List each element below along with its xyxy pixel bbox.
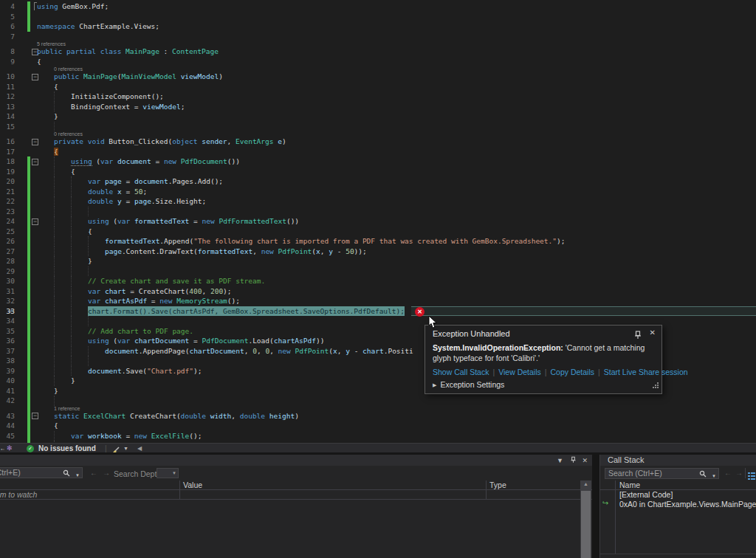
code-text[interactable]: using (var chartDocument = PdfDocument.L… bbox=[88, 336, 324, 346]
pin-icon[interactable] bbox=[633, 329, 642, 338]
code-line[interactable]: 17{ bbox=[0, 147, 756, 157]
code-line[interactable]: 6namespace ChartExample.Views; bbox=[0, 21, 756, 32]
exception-error-icon[interactable]: ✕ bbox=[415, 307, 425, 317]
code-text[interactable]: { bbox=[37, 57, 41, 67]
stack-frame-row[interactable]: ↪0xA0 in ChartExample.Views.MainPage.But… bbox=[600, 500, 756, 509]
code-fix-icon[interactable]: ✻ bbox=[7, 444, 13, 452]
code-line[interactable]: 24–using (var formattedText = new PdfFor… bbox=[0, 216, 756, 227]
code-line[interactable]: 7 bbox=[0, 32, 756, 42]
code-line[interactable]: 26formattedText.Append("The following ch… bbox=[0, 236, 756, 247]
code-text[interactable]: // Add chart to PDF page. bbox=[88, 326, 193, 337]
code-text[interactable]: } bbox=[71, 376, 75, 386]
stack-frame-row[interactable]: [External Code] bbox=[600, 490, 756, 500]
watch-search-input[interactable]: Search (Ctrl+E) ▼ bbox=[0, 467, 83, 478]
code-line[interactable]: 12InitializeComponent(); bbox=[0, 92, 756, 102]
code-line[interactable]: 14} bbox=[0, 111, 756, 122]
stack-frame-name[interactable]: [External Code] bbox=[619, 490, 673, 499]
close-icon[interactable]: ✕ bbox=[650, 328, 656, 337]
chevron-down-icon[interactable]: ▼ bbox=[75, 471, 80, 478]
code-line[interactable]: 25{ bbox=[0, 227, 756, 237]
code-line[interactable]: 13BindingContext = viewModel; bbox=[0, 102, 756, 112]
code-line[interactable]: 23 bbox=[0, 207, 756, 217]
scroll-up-icon[interactable]: ▲ bbox=[580, 481, 591, 486]
code-text[interactable]: var page = document.Pages.Add(); bbox=[88, 176, 223, 187]
show-threads-icon[interactable] bbox=[748, 469, 755, 477]
collapse-region-icon[interactable]: – bbox=[32, 413, 38, 419]
collapse-region-icon[interactable]: – bbox=[32, 74, 38, 80]
codelens-references[interactable]: 5 references bbox=[37, 41, 66, 46]
forward-arrow-icon[interactable]: → bbox=[735, 469, 743, 477]
code-line[interactable]: 5 bbox=[0, 12, 756, 22]
forward-arrow-icon[interactable]: → bbox=[103, 469, 110, 477]
code-line[interactable]: 43–static ExcelChart CreateChart(double … bbox=[0, 411, 756, 421]
codelens-row[interactable]: 0 references bbox=[0, 131, 756, 137]
code-text[interactable]: chart.Format().Save(chartAsPdf, GemBox.S… bbox=[88, 306, 405, 317]
code-text[interactable]: double x = 50; bbox=[88, 187, 147, 197]
back-arrow-icon[interactable]: ← bbox=[90, 469, 97, 477]
popup-link-start-live-share-session[interactable]: Start Live Share session bbox=[604, 368, 688, 376]
code-text[interactable]: BindingContext = viewModel; bbox=[71, 102, 185, 112]
codelens-references[interactable]: 0 references bbox=[54, 131, 83, 137]
add-item-to-watch-label[interactable]: Add item to watch bbox=[0, 490, 37, 499]
stack-frame-name[interactable]: 0xA0 in ChartExample.Views.MainPage.Butt… bbox=[619, 500, 756, 509]
pin-icon[interactable] bbox=[568, 457, 577, 464]
codelens-references[interactable]: 1 reference bbox=[54, 406, 80, 411]
code-text[interactable]: { bbox=[71, 167, 75, 177]
code-text[interactable]: page.Content.DrawText(formattedText, new… bbox=[105, 247, 367, 257]
code-line[interactable]: 8–public partial class MainPage : Conten… bbox=[0, 46, 756, 57]
code-text[interactable]: var workbook = new ExcelFile(); bbox=[71, 431, 202, 441]
popup-link-show-call-stack[interactable]: Show Call Stack bbox=[433, 368, 489, 376]
popup-link-copy-details[interactable]: Copy Details bbox=[551, 368, 595, 376]
code-text[interactable]: namespace ChartExample.Views; bbox=[37, 21, 159, 32]
code-line[interactable]: 20var page = document.Pages.Add(); bbox=[0, 176, 756, 187]
watch-scrollbar[interactable]: ▲ bbox=[580, 480, 591, 558]
code-text[interactable]: } bbox=[54, 111, 58, 122]
code-line[interactable]: 21double x = 50; bbox=[0, 187, 756, 197]
codelens-row[interactable]: 5 references bbox=[0, 41, 756, 46]
popup-link-view-details[interactable]: View Details bbox=[498, 368, 541, 376]
chevron-down-icon[interactable]: ▼ bbox=[123, 446, 128, 451]
code-line[interactable]: 45var workbook = new ExcelFile(); bbox=[0, 431, 756, 441]
code-line[interactable]: 19{ bbox=[0, 167, 756, 177]
column-header-name[interactable]: Name bbox=[619, 480, 640, 489]
search-depth-dropdown[interactable]: ▼ bbox=[157, 468, 179, 478]
code-line[interactable]: 28} bbox=[0, 256, 756, 266]
code-text[interactable]: { bbox=[54, 147, 58, 157]
close-icon[interactable]: ✕ bbox=[582, 457, 588, 464]
column-header-type[interactable]: Type bbox=[489, 480, 506, 489]
code-text[interactable]: InitializeComponent(); bbox=[71, 92, 164, 102]
code-line[interactable]: 42 bbox=[0, 396, 756, 406]
collapse-region-icon[interactable]: – bbox=[32, 139, 38, 145]
collapse-left-icon[interactable]: ◀ bbox=[137, 445, 142, 452]
codelens-row[interactable]: 0 references bbox=[0, 66, 756, 72]
exception-settings-expander[interactable]: ▶Exception Settings bbox=[433, 380, 504, 389]
code-text[interactable]: { bbox=[54, 82, 58, 92]
code-line[interactable]: 10–public MainPage(MainViewModel viewMod… bbox=[0, 72, 756, 82]
code-line[interactable]: 16–private void Button_Clicked(object se… bbox=[0, 137, 756, 147]
code-line[interactable]: 9{ bbox=[0, 57, 756, 67]
code-text[interactable]: public MainPage(MainViewModel viewModel) bbox=[54, 72, 223, 82]
code-line[interactable]: 22double y = page.Size.Height; bbox=[0, 196, 756, 207]
collapse-region-icon[interactable]: – bbox=[32, 159, 38, 165]
code-text[interactable]: document.AppendPage(chartDocument, 0, 0,… bbox=[105, 346, 413, 356]
code-line[interactable]: 11{ bbox=[0, 82, 756, 92]
chevron-down-icon[interactable]: ▼ bbox=[712, 472, 716, 479]
code-line[interactable]: 32var chartAsPdf = new MemoryStream(); bbox=[0, 296, 756, 306]
code-text[interactable]: static ExcelChart CreateChart(double wid… bbox=[54, 411, 299, 421]
code-line[interactable]: 4using GemBox.Pdf; bbox=[0, 1, 756, 12]
back-arrow-icon[interactable]: ← bbox=[724, 469, 732, 477]
code-line[interactable]: 31var chart = CreateChart(400, 200); bbox=[0, 286, 756, 297]
code-text[interactable]: private void Button_Clicked(object sende… bbox=[54, 137, 286, 147]
code-text[interactable]: var chart = CreateChart(400, 200); bbox=[88, 286, 232, 297]
code-line[interactable]: 33✎chart.Format().Save(chartAsPdf, GemBo… bbox=[0, 306, 756, 317]
code-text[interactable]: formattedText.Append("The following char… bbox=[105, 236, 565, 247]
code-line[interactable]: 18–using (var document = new PdfDocument… bbox=[0, 156, 756, 167]
collapse-region-icon[interactable]: – bbox=[32, 218, 38, 225]
code-text[interactable]: } bbox=[88, 256, 92, 266]
code-line[interactable]: 44{ bbox=[0, 421, 756, 431]
code-text[interactable]: } bbox=[54, 386, 58, 396]
code-line[interactable]: 27page.Content.DrawText(formattedText, n… bbox=[0, 247, 756, 257]
scrollbar-thumb[interactable] bbox=[581, 491, 591, 558]
codelens-references[interactable]: 0 references bbox=[54, 66, 83, 72]
code-text[interactable]: double y = page.Size.Height; bbox=[88, 196, 206, 207]
